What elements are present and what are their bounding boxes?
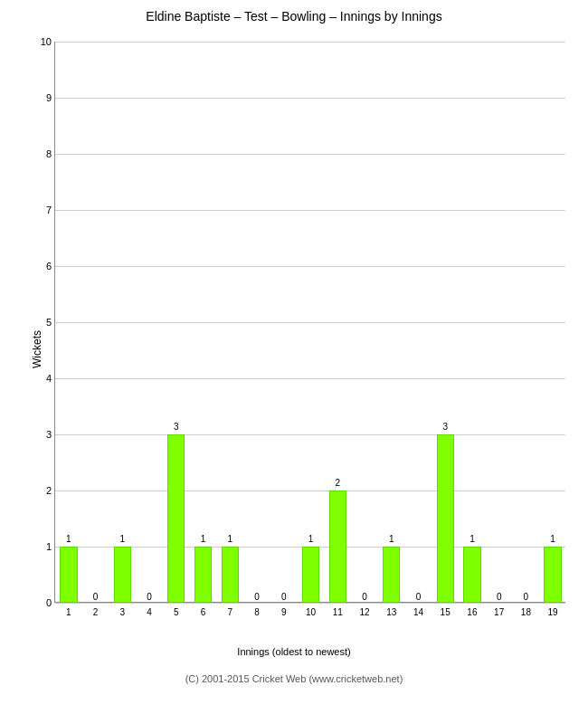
bar-value-label: 1 — [115, 534, 129, 544]
footer: (C) 2001-2015 Cricket Web (www.cricketwe… — [185, 673, 403, 684]
bar-value-label: 0 — [492, 592, 507, 602]
bar — [544, 547, 561, 603]
x-tick-label: 5 — [174, 607, 179, 617]
x-tick-label: 8 — [254, 607, 260, 617]
x-tick-label: 10 — [306, 607, 316, 617]
x-tick-label: 4 — [147, 607, 152, 617]
bar-value-label: 0 — [277, 592, 291, 602]
x-tick-label: 2 — [93, 607, 99, 617]
bar-value-label: 1 — [545, 534, 560, 544]
x-tick-label: 19 — [548, 607, 558, 617]
chart-title: Eldine Baptiste – Test – Bowling – Innin… — [146, 9, 441, 24]
bar — [383, 547, 400, 603]
bar-value-label: 1 — [196, 534, 211, 544]
bar-value-label: 1 — [62, 534, 76, 544]
bar — [222, 547, 239, 603]
x-tick-label: 16 — [467, 607, 477, 617]
x-tick-label: 3 — [120, 607, 126, 617]
bar — [302, 547, 319, 603]
x-tick-label: 1 — [66, 607, 71, 617]
chart-container: Eldine Baptiste – Test – Bowling – Innin… — [0, 0, 588, 724]
bar-value-label: 2 — [330, 478, 345, 488]
x-tick-label: 13 — [386, 607, 396, 617]
plot-area: 0123456789101102130435161708091102110121… — [54, 42, 565, 603]
y-axis-label: Wickets — [31, 330, 43, 368]
bar — [329, 491, 346, 603]
bar-value-label: 0 — [142, 592, 156, 602]
bar-value-label: 0 — [411, 592, 425, 602]
x-tick-label: 9 — [281, 607, 287, 617]
bar-value-label: 0 — [250, 592, 264, 602]
x-tick-label: 14 — [413, 607, 423, 617]
x-tick-label: 17 — [494, 607, 504, 617]
x-tick-label: 18 — [521, 607, 531, 617]
x-tick-label: 6 — [201, 607, 206, 617]
bar-value-label: 3 — [169, 422, 184, 432]
x-tick-label: 15 — [441, 607, 450, 617]
bar — [437, 434, 454, 603]
bar — [167, 434, 185, 603]
x-tick-label: 12 — [359, 607, 369, 617]
bar — [194, 547, 212, 603]
bar-value-label: 1 — [223, 534, 237, 544]
bar — [60, 547, 77, 603]
bar-value-label: 1 — [304, 534, 318, 544]
bar-value-label: 0 — [89, 592, 103, 602]
x-tick-label: 7 — [228, 607, 233, 617]
bar — [463, 547, 480, 603]
bar — [114, 547, 131, 603]
bar-value-label: 1 — [465, 534, 479, 544]
bar-value-label: 0 — [518, 592, 533, 602]
bar-value-label: 1 — [384, 534, 399, 544]
x-axis-title: Innings (oldest to newest) — [237, 646, 350, 657]
bar-value-label: 0 — [357, 592, 372, 602]
bar-value-label: 3 — [438, 422, 452, 432]
x-tick-label: 11 — [333, 607, 343, 617]
